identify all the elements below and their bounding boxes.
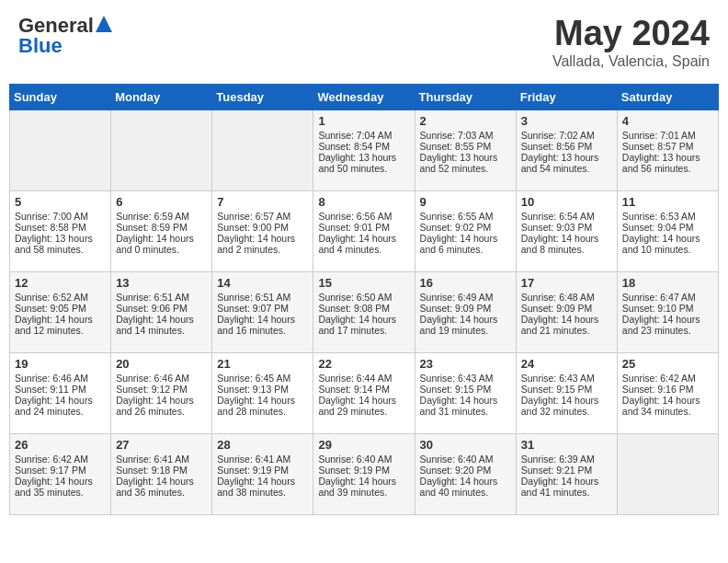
- calendar-cell: [212, 110, 313, 191]
- calendar-cell: 2 Sunrise: 7:03 AM Sunset: 8:55 PM Dayli…: [415, 110, 516, 191]
- sunrise-text: Sunrise: 7:04 AM: [318, 130, 392, 141]
- sunset-text: Sunset: 9:01 PM: [318, 222, 390, 233]
- sunset-text: Sunset: 8:59 PM: [116, 222, 188, 233]
- sunrise-text: Sunrise: 6:42 AM: [15, 454, 88, 465]
- sunrise-text: Sunrise: 6:48 AM: [521, 292, 595, 303]
- calendar-cell: 26 Sunrise: 6:42 AM Sunset: 9:17 PM Dayl…: [10, 434, 111, 515]
- day-number: 19: [15, 357, 106, 371]
- calendar-cell: 30 Sunrise: 6:40 AM Sunset: 9:20 PM Dayl…: [415, 434, 516, 515]
- calendar-cell: 12 Sunrise: 6:52 AM Sunset: 9:05 PM Dayl…: [10, 272, 111, 353]
- day-number: 16: [420, 276, 511, 290]
- sunrise-text: Sunrise: 6:56 AM: [318, 211, 392, 222]
- daylight-text: Daylight: 14 hours and 8 minutes.: [521, 233, 599, 255]
- svg-marker-0: [96, 16, 112, 32]
- calendar-cell: 8 Sunrise: 6:56 AM Sunset: 9:01 PM Dayli…: [313, 191, 415, 272]
- sunset-text: Sunset: 9:02 PM: [420, 222, 492, 233]
- daylight-text: Daylight: 14 hours and 6 minutes.: [420, 233, 498, 255]
- day-number: 21: [217, 357, 308, 371]
- sunrise-text: Sunrise: 6:41 AM: [217, 454, 290, 465]
- daylight-text: Daylight: 14 hours and 4 minutes.: [318, 233, 396, 255]
- week-row-2: 5 Sunrise: 7:00 AM Sunset: 8:58 PM Dayli…: [10, 191, 719, 272]
- week-row-3: 12 Sunrise: 6:52 AM Sunset: 9:05 PM Dayl…: [10, 272, 719, 353]
- sunrise-text: Sunrise: 6:46 AM: [116, 373, 189, 384]
- sunrise-text: Sunrise: 6:39 AM: [521, 454, 595, 465]
- weekday-header-thursday: Thursday: [415, 85, 516, 110]
- sunset-text: Sunset: 9:15 PM: [420, 384, 492, 395]
- daylight-text: Daylight: 13 hours and 56 minutes.: [622, 152, 700, 174]
- daylight-text: Daylight: 14 hours and 10 minutes.: [622, 233, 700, 255]
- calendar-cell: [111, 110, 212, 191]
- sunset-text: Sunset: 9:14 PM: [318, 384, 390, 395]
- day-number: 1: [318, 114, 409, 128]
- sunset-text: Sunset: 9:00 PM: [217, 222, 289, 233]
- day-number: 2: [420, 114, 511, 128]
- sunset-text: Sunset: 9:09 PM: [420, 303, 492, 314]
- title-location: Vallada, Valencia, Spain: [552, 53, 710, 70]
- sunset-text: Sunset: 8:55 PM: [420, 141, 492, 152]
- day-number: 17: [521, 276, 612, 290]
- title-month: May 2024: [552, 14, 710, 53]
- page-header: General Blue May 2024 Vallada, Valencia,…: [9, 9, 719, 75]
- sunrise-text: Sunrise: 7:01 AM: [622, 130, 696, 141]
- daylight-text: Daylight: 14 hours and 12 minutes.: [15, 314, 93, 336]
- day-number: 26: [15, 438, 106, 452]
- daylight-text: Daylight: 14 hours and 32 minutes.: [521, 395, 599, 417]
- daylight-text: Daylight: 14 hours and 19 minutes.: [420, 314, 498, 336]
- calendar-cell: 1 Sunrise: 7:04 AM Sunset: 8:54 PM Dayli…: [313, 110, 415, 191]
- week-row-1: 1 Sunrise: 7:04 AM Sunset: 8:54 PM Dayli…: [10, 110, 719, 191]
- sunset-text: Sunset: 9:05 PM: [15, 303, 86, 314]
- daylight-text: Daylight: 14 hours and 0 minutes.: [116, 233, 194, 255]
- sunset-text: Sunset: 9:19 PM: [217, 465, 289, 476]
- sunset-text: Sunset: 9:04 PM: [622, 222, 694, 233]
- sunset-text: Sunset: 9:18 PM: [116, 465, 188, 476]
- sunrise-text: Sunrise: 6:47 AM: [622, 292, 696, 303]
- sunrise-text: Sunrise: 6:40 AM: [318, 454, 392, 465]
- sunset-text: Sunset: 9:15 PM: [521, 384, 593, 395]
- sunset-text: Sunset: 9:11 PM: [15, 384, 86, 395]
- day-number: 27: [116, 438, 207, 452]
- logo-blue-text: Blue: [18, 34, 63, 58]
- week-row-4: 19 Sunrise: 6:46 AM Sunset: 9:11 PM Dayl…: [10, 353, 719, 434]
- day-number: 8: [318, 195, 409, 209]
- calendar-cell: 19 Sunrise: 6:46 AM Sunset: 9:11 PM Dayl…: [10, 353, 111, 434]
- daylight-text: Daylight: 14 hours and 2 minutes.: [217, 233, 295, 255]
- sunset-text: Sunset: 9:07 PM: [217, 303, 289, 314]
- sunrise-text: Sunrise: 7:03 AM: [420, 130, 494, 141]
- daylight-text: Daylight: 14 hours and 23 minutes.: [622, 314, 700, 336]
- sunset-text: Sunset: 9:21 PM: [521, 465, 593, 476]
- sunrise-text: Sunrise: 6:53 AM: [622, 211, 696, 222]
- daylight-text: Daylight: 14 hours and 38 minutes.: [217, 476, 295, 498]
- sunset-text: Sunset: 9:12 PM: [116, 384, 188, 395]
- sunrise-text: Sunrise: 6:51 AM: [217, 292, 290, 303]
- day-number: 29: [318, 438, 409, 452]
- calendar-cell: 21 Sunrise: 6:45 AM Sunset: 9:13 PM Dayl…: [212, 353, 313, 434]
- logo-icon: [96, 16, 112, 32]
- day-number: 25: [622, 357, 713, 371]
- sunset-text: Sunset: 8:57 PM: [622, 141, 694, 152]
- calendar-cell: 20 Sunrise: 6:46 AM Sunset: 9:12 PM Dayl…: [111, 353, 212, 434]
- week-row-5: 26 Sunrise: 6:42 AM Sunset: 9:17 PM Dayl…: [10, 434, 719, 515]
- sunrise-text: Sunrise: 6:50 AM: [318, 292, 392, 303]
- calendar-cell: [10, 110, 111, 191]
- calendar-cell: 16 Sunrise: 6:49 AM Sunset: 9:09 PM Dayl…: [415, 272, 516, 353]
- calendar-cell: 17 Sunrise: 6:48 AM Sunset: 9:09 PM Dayl…: [516, 272, 617, 353]
- day-number: 28: [217, 438, 308, 452]
- daylight-text: Daylight: 13 hours and 54 minutes.: [521, 152, 599, 174]
- daylight-text: Daylight: 14 hours and 31 minutes.: [420, 395, 498, 417]
- weekday-header-monday: Monday: [111, 85, 212, 110]
- weekday-header-row: SundayMondayTuesdayWednesdayThursdayFrid…: [10, 85, 719, 110]
- sunset-text: Sunset: 9:17 PM: [15, 465, 86, 476]
- day-number: 18: [622, 276, 713, 290]
- day-number: 30: [420, 438, 511, 452]
- calendar-cell: 18 Sunrise: 6:47 AM Sunset: 9:10 PM Dayl…: [617, 272, 718, 353]
- day-number: 22: [318, 357, 409, 371]
- sunset-text: Sunset: 8:56 PM: [521, 141, 593, 152]
- calendar-cell: 23 Sunrise: 6:43 AM Sunset: 9:15 PM Dayl…: [415, 353, 516, 434]
- title-block: May 2024 Vallada, Valencia, Spain: [552, 14, 710, 70]
- day-number: 23: [420, 357, 511, 371]
- sunrise-text: Sunrise: 6:43 AM: [521, 373, 595, 384]
- calendar-cell: 27 Sunrise: 6:41 AM Sunset: 9:18 PM Dayl…: [111, 434, 212, 515]
- sunset-text: Sunset: 9:08 PM: [318, 303, 390, 314]
- sunset-text: Sunset: 8:58 PM: [15, 222, 86, 233]
- sunrise-text: Sunrise: 7:02 AM: [521, 130, 595, 141]
